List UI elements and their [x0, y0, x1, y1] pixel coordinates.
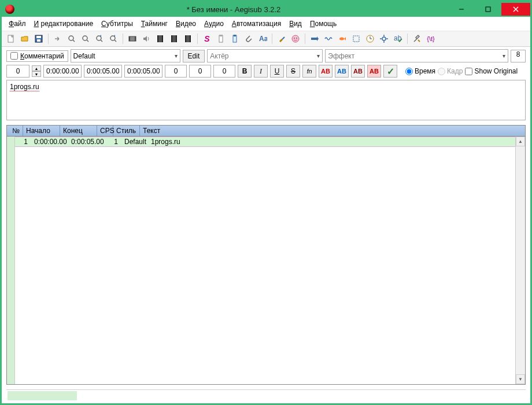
- col-end[interactable]: Конец: [60, 126, 97, 136]
- menu-subs[interactable]: Субтитры: [98, 18, 136, 30]
- svg-point-12: [97, 36, 101, 41]
- svg-rect-29: [220, 35, 222, 36]
- comment-checkbox[interactable]: Комментарий: [6, 50, 68, 62]
- toolbar: SAaab{\t}: [2, 31, 530, 47]
- gear-icon[interactable]: [378, 33, 390, 45]
- actor-placeholder: Актёр: [210, 52, 228, 60]
- subtitle-grid: №НачалоКонецCPSСтильТекст10:00:00.000:00…: [6, 125, 526, 385]
- spinner-up-icon[interactable]: ▲: [32, 65, 41, 71]
- subtitle-text-value: 1progs.ru: [10, 83, 39, 91]
- attachments-icon[interactable]: [243, 33, 254, 45]
- color1-button[interactable]: AB: [319, 65, 332, 78]
- zoom-in-icon[interactable]: [66, 33, 77, 45]
- col-start[interactable]: Начало: [23, 126, 60, 136]
- jump-icon[interactable]: [52, 33, 64, 45]
- show-original-checkbox[interactable]: Show Original: [465, 67, 518, 75]
- style-assistant-icon[interactable]: [276, 33, 287, 45]
- zoom-video-icon[interactable]: [94, 33, 105, 45]
- scrollbar-vertical[interactable]: ▲▼: [515, 137, 525, 384]
- end-time-input[interactable]: [84, 65, 122, 78]
- layer-input[interactable]: [6, 65, 29, 78]
- video-panel-icon[interactable]: [127, 33, 138, 45]
- open-file-icon[interactable]: [19, 33, 31, 45]
- margin-right-input[interactable]: [189, 65, 211, 78]
- close-button[interactable]: [501, 3, 530, 16]
- edit-style-button[interactable]: Edit: [183, 50, 205, 62]
- options-icon[interactable]: [411, 33, 423, 45]
- margin-vert-input[interactable]: [213, 65, 235, 78]
- film3-icon[interactable]: [182, 33, 194, 45]
- svg-rect-17: [129, 36, 130, 41]
- styles-manager-icon[interactable]: S: [201, 33, 213, 45]
- subtitle-text-input[interactable]: 1progs.ru: [6, 80, 526, 120]
- spinner-down-icon[interactable]: ▼: [32, 71, 41, 77]
- start-time-input[interactable]: [43, 65, 82, 78]
- film2-icon[interactable]: [168, 33, 180, 45]
- scroll-down-icon[interactable]: ▼: [516, 374, 525, 384]
- fonts-icon[interactable]: Aa: [257, 33, 268, 45]
- properties2-icon[interactable]: [229, 33, 241, 45]
- menu-audio[interactable]: Аудио: [201, 18, 227, 30]
- audio-panel-icon[interactable]: [141, 33, 152, 45]
- time-mode-radio[interactable]: Время: [405, 67, 435, 75]
- menu-timing[interactable]: Тайминг: [138, 18, 171, 30]
- menu-video[interactable]: Видео: [172, 18, 200, 30]
- duration-input[interactable]: [124, 65, 162, 78]
- margin-left-input[interactable]: [165, 65, 187, 78]
- strike-button[interactable]: S: [286, 65, 300, 78]
- properties-icon[interactable]: [215, 33, 227, 45]
- kanji-timer-icon[interactable]: [337, 33, 348, 45]
- actor-combo[interactable]: Актёр▾: [207, 49, 323, 62]
- svg-point-43: [382, 37, 386, 41]
- svg-rect-26: [185, 35, 186, 42]
- zoom-out-icon[interactable]: [80, 33, 91, 45]
- effect-combo[interactable]: Эффект▾: [325, 49, 508, 62]
- col-style[interactable]: Стиль: [113, 126, 140, 136]
- menubar: ФайлИ редактированиеСубтитрыТаймингВидео…: [2, 17, 530, 31]
- col-num[interactable]: №: [7, 126, 23, 136]
- zoom-audio-icon[interactable]: [108, 33, 119, 45]
- scroll-track[interactable]: [516, 146, 525, 374]
- svg-point-38: [339, 38, 344, 41]
- commit-button[interactable]: ✓: [383, 65, 397, 78]
- grid-gutter: [7, 137, 15, 384]
- col-cps[interactable]: CPS: [97, 126, 113, 136]
- shift-times-icon[interactable]: [309, 33, 320, 45]
- svg-line-11: [87, 40, 88, 42]
- window-title: * Без имени - Aegisub 3.2.2: [19, 5, 448, 14]
- minimize-button[interactable]: [448, 3, 475, 16]
- cycle-tags-icon[interactable]: {\t}: [425, 33, 437, 45]
- italic-button[interactable]: I: [254, 65, 268, 78]
- font-button[interactable]: fn: [302, 65, 316, 78]
- grid-header: №НачалоКонецCPSСтильТекст: [6, 125, 526, 137]
- menu-help[interactable]: Помощь: [306, 18, 340, 30]
- col-text[interactable]: Текст: [140, 126, 525, 136]
- menu-file[interactable]: Файл: [5, 18, 29, 30]
- bold-button[interactable]: B: [238, 65, 252, 78]
- color2-button[interactable]: AB: [335, 65, 349, 78]
- spellcheck-icon[interactable]: ab: [392, 33, 404, 45]
- color4-button[interactable]: AB: [367, 65, 381, 78]
- frame-mode-radio[interactable]: Кадр: [438, 67, 463, 75]
- menu-edit[interactable]: И редактирование: [31, 18, 97, 30]
- save-file-icon[interactable]: [33, 33, 45, 45]
- underline-button[interactable]: U: [270, 65, 284, 78]
- maximize-button[interactable]: [475, 3, 501, 16]
- film-icon[interactable]: [154, 33, 166, 45]
- new-file-icon[interactable]: [5, 33, 17, 45]
- color3-button[interactable]: AB: [351, 65, 365, 78]
- table-row[interactable]: 10:00:00.000:00:05.001Default1progs.ru: [15, 137, 515, 147]
- svg-rect-24: [176, 35, 177, 42]
- style-combo[interactable]: Default▾: [71, 49, 180, 62]
- svg-line-13: [101, 40, 102, 42]
- timing-post-icon[interactable]: [364, 33, 376, 45]
- menu-auto[interactable]: Автоматизация: [228, 18, 285, 30]
- svg-rect-31: [234, 35, 236, 36]
- menu-view[interactable]: Вид: [286, 18, 305, 30]
- layer-spinner[interactable]: ▲▼: [32, 65, 41, 77]
- resample-icon[interactable]: [323, 33, 334, 45]
- scroll-up-icon[interactable]: ▲: [516, 137, 525, 146]
- assistant-icon[interactable]: [290, 33, 301, 45]
- select-lines-icon[interactable]: [350, 33, 362, 45]
- titlebar: * Без имени - Aegisub 3.2.2: [2, 2, 530, 17]
